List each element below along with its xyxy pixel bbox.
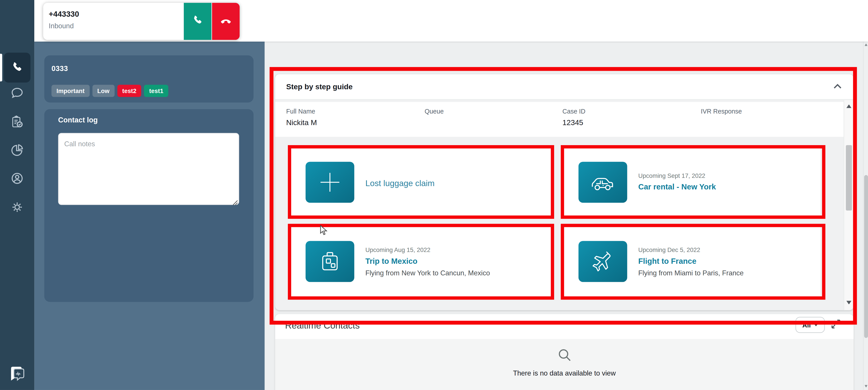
search-icon <box>557 347 572 365</box>
call-direction-label: Inbound <box>49 22 74 30</box>
card-subtitle: Flying from New York to Cancun, Mexico <box>365 269 490 277</box>
contact-info-card: 0333 Important Low test2 test1 <box>44 55 254 102</box>
collapse-panel-button[interactable] <box>832 82 844 93</box>
nav-item-profile[interactable] <box>0 163 34 194</box>
card-text-block: Upcoming Aug 15, 2022 Trip to Mexico Fly… <box>365 246 490 277</box>
field-label: Full Name <box>286 108 315 115</box>
page-scrollbar[interactable] <box>863 41 868 390</box>
field-label: IVR Response <box>701 108 742 115</box>
tag-important[interactable]: Important <box>52 85 89 97</box>
profile-icon <box>10 171 25 186</box>
car-icon <box>579 162 627 203</box>
scroll-down-arrow-icon[interactable] <box>846 301 851 304</box>
filter-dropdown[interactable]: All <box>796 317 825 333</box>
filter-label: All <box>802 321 811 329</box>
realtime-contacts-title: Realtime Contacts <box>285 320 360 331</box>
call-notes-input[interactable] <box>58 133 239 205</box>
empty-state: There is no data available to view <box>275 339 854 390</box>
card-title[interactable]: Trip to Mexico <box>365 257 490 265</box>
page-scrollbar-thumb[interactable] <box>864 175 868 338</box>
page-scroll-down-arrow-icon[interactable] <box>865 385 867 387</box>
card-title[interactable]: Lost luggage claim <box>365 178 434 188</box>
nav-item-tasks[interactable] <box>0 107 34 137</box>
card-text-block: Upcoming Dec 5, 2022 Flight to France Fl… <box>638 246 744 277</box>
suitcase-icon <box>306 241 354 282</box>
card-date: Upcoming Sept 17, 2022 <box>638 172 716 179</box>
phone-icon <box>10 61 24 74</box>
tag-test1[interactable]: test1 <box>144 85 168 97</box>
realtime-contacts-panel: Realtime Contacts All There is no data a… <box>275 314 854 390</box>
answer-call-button[interactable] <box>184 3 211 40</box>
chevron-up-icon <box>833 84 843 92</box>
agent-workspace: +443330 Inbound 0333 Important Low test2… <box>0 0 868 390</box>
field-value: 12345 <box>562 119 583 127</box>
chevron-down-icon <box>813 324 818 326</box>
field-value: Nickita M <box>286 119 317 127</box>
nav-item-metrics[interactable] <box>0 135 34 166</box>
empty-state-message: There is no data available to view <box>275 369 854 377</box>
caller-number: +443330 <box>49 9 79 18</box>
tag-row: Important Low test2 test1 <box>52 85 168 97</box>
step-guide-header: Step by step guide <box>275 74 854 99</box>
plus-icon <box>306 162 354 203</box>
panel-scrollbar[interactable] <box>844 100 854 310</box>
settings-gear-icon <box>10 200 25 214</box>
realtime-contacts-header: Realtime Contacts All <box>275 314 854 339</box>
guide-card-lost-luggage[interactable]: Lost luggage claim <box>291 148 551 215</box>
contact-id: 0333 <box>52 64 68 72</box>
field-label: Queue <box>425 108 444 115</box>
page-scroll-up-arrow-icon[interactable] <box>865 44 867 46</box>
contact-fields-box: Full Name Nickita M Queue Case ID 12345 … <box>275 102 844 137</box>
scroll-up-arrow-icon[interactable] <box>846 104 851 108</box>
guide-card-flight-france[interactable]: Upcoming Dec 5, 2022 Flight to France Fl… <box>564 227 820 296</box>
chat-icon <box>10 86 25 100</box>
phone-answer-icon <box>191 14 204 28</box>
incoming-call-card: +443330 Inbound <box>43 3 240 40</box>
tag-test2[interactable]: test2 <box>117 85 142 97</box>
nav-item-settings[interactable] <box>0 192 34 222</box>
phone-hangup-icon <box>219 14 232 29</box>
nav-rail <box>0 0 34 390</box>
plane-icon <box>579 241 627 282</box>
contact-side-panel: 0333 Important Low test2 test1 Contact l… <box>34 41 265 390</box>
guide-card-trip-mexico[interactable]: Upcoming Aug 15, 2022 Trip to Mexico Fly… <box>291 227 551 296</box>
tag-low[interactable]: Low <box>92 85 115 97</box>
nav-item-chat[interactable] <box>0 78 34 109</box>
expand-icon <box>831 322 841 331</box>
step-by-step-guide-panel: Step by step guide Full Name Nickita M Q… <box>275 74 854 310</box>
active-item-indicator <box>0 54 2 81</box>
card-subtitle: Flying from Miami to Paris, France <box>638 269 744 277</box>
card-title[interactable]: Flight to France <box>638 257 744 265</box>
card-date: Upcoming Aug 15, 2022 <box>365 246 490 253</box>
guide-card-car-rental[interactable]: Upcoming Sept 17, 2022 Car rental - New … <box>564 148 820 215</box>
tasks-clipboard-icon <box>10 115 25 129</box>
app-logo <box>7 363 28 384</box>
scrollbar-thumb[interactable] <box>846 145 852 211</box>
card-text-block: Upcoming Sept 17, 2022 Car rental - New … <box>638 172 716 191</box>
card-text-block: Lost luggage claim <box>365 178 434 188</box>
field-label: Case ID <box>562 108 585 115</box>
card-date: Upcoming Dec 5, 2022 <box>638 246 744 253</box>
card-title[interactable]: Car rental - New York <box>638 182 716 191</box>
step-guide-title: Step by step guide <box>286 83 353 91</box>
contact-log-card: Contact log <box>44 109 254 302</box>
expand-panel-button[interactable] <box>830 319 841 330</box>
contact-log-title: Contact log <box>58 116 98 124</box>
metrics-pie-icon <box>10 143 25 157</box>
decline-call-button[interactable] <box>212 3 240 40</box>
